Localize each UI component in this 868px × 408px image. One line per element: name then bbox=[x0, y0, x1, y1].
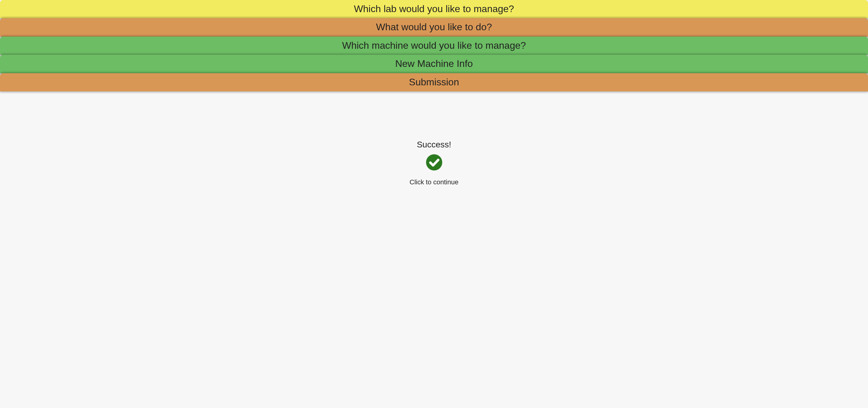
step-bar-lab[interactable]: Which lab would you like to manage? bbox=[0, 0, 868, 18]
step-bar-machine[interactable]: Which machine would you like to manage? bbox=[0, 37, 868, 55]
success-check-icon[interactable] bbox=[426, 154, 443, 172]
check-circle-icon bbox=[426, 154, 443, 171]
step-bar-new-machine-info[interactable]: New Machine Info bbox=[0, 55, 868, 73]
continue-prompt: Click to continue bbox=[0, 178, 868, 186]
step-bar-action[interactable]: What would you like to do? bbox=[0, 18, 868, 36]
svg-point-0 bbox=[426, 155, 442, 170]
submission-result-panel: Success! Click to continue bbox=[0, 92, 868, 241]
step-bar-submission[interactable]: Submission bbox=[0, 73, 868, 92]
success-title: Success! bbox=[0, 140, 868, 149]
